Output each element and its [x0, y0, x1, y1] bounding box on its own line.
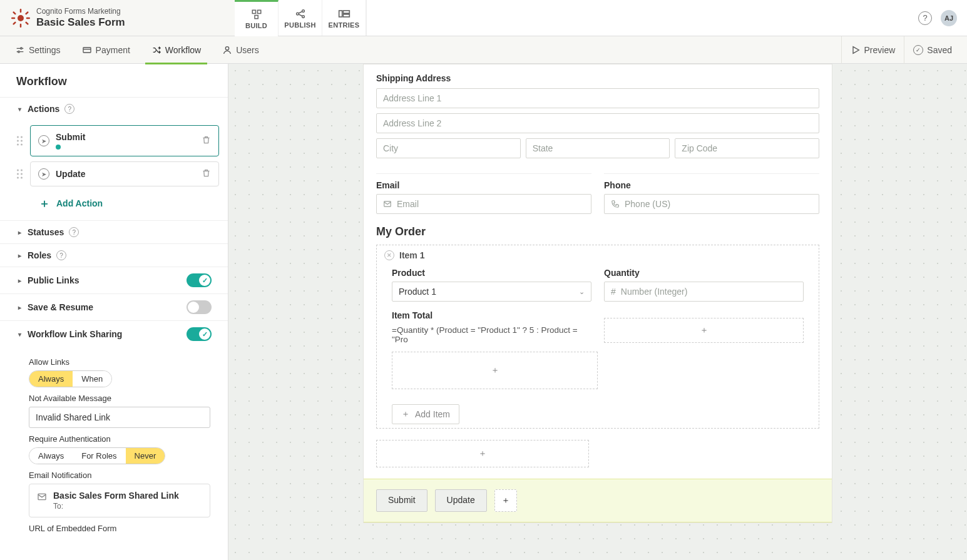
- action-title: Update: [56, 169, 202, 179]
- svg-rect-8: [25, 11, 29, 14]
- req-auth-pills: Always For Roles Never: [29, 447, 165, 464]
- status-dot: [56, 145, 61, 150]
- mail-icon: [383, 200, 392, 208]
- repeating-section[interactable]: ✕ Item 1 Product Product 1 ⌄ Qua: [376, 245, 819, 429]
- checkmark-icon: ✓: [913, 45, 923, 55]
- form-update-button[interactable]: Update: [435, 489, 487, 512]
- pill-always[interactable]: Always: [29, 371, 73, 387]
- svg-rect-3: [11, 17, 15, 19]
- panel-actions-head[interactable]: ▾ Actions ?: [0, 98, 228, 120]
- panel-save-resume-head[interactable]: ▸ Save & Resume: [0, 294, 228, 320]
- card-icon: [82, 45, 92, 55]
- drag-handle-icon[interactable]: [17, 170, 26, 179]
- form-canvas[interactable]: Shipping Address Address Line 1 Address …: [228, 64, 967, 560]
- svg-point-18: [21, 48, 23, 49]
- play-icon: [851, 45, 861, 55]
- subnav-workflow[interactable]: Workflow: [143, 36, 210, 64]
- product-label: Product: [392, 268, 591, 278]
- subnav-users[interactable]: Users: [213, 36, 268, 64]
- chevron-down-icon: ▾: [16, 106, 23, 113]
- user-avatar[interactable]: AJ: [941, 10, 957, 26]
- panel-statuses-head[interactable]: ▸ Statuses ?: [0, 221, 228, 243]
- remove-item-icon[interactable]: ✕: [384, 250, 394, 260]
- plus-icon: ＋: [491, 365, 499, 376]
- svg-rect-4: [26, 17, 30, 19]
- help-icon[interactable]: ?: [56, 250, 66, 260]
- user-icon: [222, 45, 232, 55]
- add-action-button[interactable]: ＋ Add Action: [16, 191, 219, 211]
- phone-icon: [611, 200, 620, 208]
- subnav-settings[interactable]: Settings: [6, 36, 69, 64]
- topnav-publish[interactable]: PUBLISH: [279, 0, 322, 36]
- city-input[interactable]: City: [376, 138, 521, 158]
- topnav-entries[interactable]: ENTRIES: [322, 0, 366, 36]
- svg-rect-20: [83, 48, 91, 53]
- link-sharing-toggle[interactable]: [187, 327, 212, 341]
- action-title: Submit: [56, 132, 202, 142]
- subnav-payment[interactable]: Payment: [73, 36, 139, 64]
- action-card-submit[interactable]: ➤ Submit: [30, 125, 219, 156]
- svg-rect-17: [343, 14, 349, 16]
- drag-handle-icon[interactable]: [17, 136, 26, 146]
- svg-rect-6: [25, 21, 29, 25]
- not-avail-label: Not Available Message: [29, 394, 228, 403]
- chevron-right-icon: ▸: [16, 229, 23, 236]
- add-field-placeholder[interactable]: ＋: [392, 352, 598, 389]
- panel-link-sharing-head[interactable]: ▾ Workflow Link Sharing: [0, 321, 228, 347]
- public-links-toggle[interactable]: [187, 273, 212, 287]
- mail-icon: [37, 492, 47, 502]
- top-bar: Cognito Forms Marketing Basic Sales Form…: [0, 0, 967, 36]
- delete-icon[interactable]: [202, 168, 211, 180]
- pill-auth-roles[interactable]: For Roles: [73, 448, 125, 464]
- help-icon[interactable]: ?: [918, 11, 932, 25]
- panel-roles-head[interactable]: ▸ Roles ?: [0, 244, 228, 267]
- zip-input[interactable]: Zip Code: [675, 138, 819, 158]
- form-submit-button[interactable]: Submit: [376, 489, 427, 512]
- email-input[interactable]: Email: [376, 194, 591, 214]
- state-input[interactable]: State: [526, 138, 670, 158]
- save-resume-toggle[interactable]: [187, 300, 212, 314]
- phone-input[interactable]: Phone (US): [604, 194, 819, 214]
- sliders-icon: [15, 45, 25, 55]
- action-card-update[interactable]: ➤ Update: [30, 161, 219, 186]
- allow-links-label: Allow Links: [29, 357, 228, 367]
- pill-auth-never[interactable]: Never: [126, 448, 165, 464]
- quantity-input[interactable]: # Number (Integer): [604, 282, 804, 302]
- chevron-down-icon: ⌄: [579, 288, 585, 296]
- address2-input[interactable]: Address Line 2: [376, 113, 819, 133]
- product-select[interactable]: Product 1 ⌄: [392, 282, 591, 302]
- svg-point-19: [18, 51, 20, 53]
- sub-nav: Settings Payment Workflow Users Preview …: [0, 36, 967, 64]
- preview-button[interactable]: Preview: [841, 36, 904, 64]
- help-icon[interactable]: ?: [64, 104, 74, 114]
- plus-icon: ＋: [401, 409, 410, 420]
- address1-input[interactable]: Address Line 1: [376, 88, 819, 108]
- add-field-placeholder[interactable]: ＋: [376, 440, 589, 467]
- email-label: Email: [376, 180, 591, 190]
- allow-links-pills: Always When: [29, 370, 112, 387]
- panel-actions: ▾ Actions ? ➤ Submit ➤: [0, 98, 228, 221]
- req-auth-label: Require Authentication: [29, 434, 228, 444]
- form-paper: Shipping Address Address Line 1 Address …: [363, 64, 832, 523]
- pill-auth-always[interactable]: Always: [29, 448, 73, 464]
- phone-label: Phone: [604, 180, 819, 190]
- pill-when[interactable]: When: [73, 371, 111, 387]
- build-icon: [251, 8, 262, 21]
- add-button-button[interactable]: ＋: [494, 489, 517, 512]
- chevron-right-icon: ▸: [16, 277, 23, 284]
- not-avail-input[interactable]: [29, 407, 210, 428]
- email-notif-to: To:: [53, 502, 179, 511]
- delete-icon[interactable]: [202, 135, 211, 146]
- email-notif-card[interactable]: Basic Sales Form Shared Link To:: [29, 484, 210, 517]
- svg-rect-11: [255, 16, 258, 19]
- add-field-placeholder[interactable]: ＋: [604, 318, 804, 343]
- help-icon[interactable]: ?: [69, 227, 79, 237]
- submit-bar: Submit Update ＋: [364, 479, 832, 522]
- add-item-button[interactable]: ＋ Add Item: [392, 404, 459, 424]
- item-total-formula[interactable]: =Quantity * (Product = "Product 1" ? 5 :…: [392, 325, 591, 344]
- panel-public-links-head[interactable]: ▸ Public Links: [0, 267, 228, 293]
- svg-rect-7: [13, 21, 16, 25]
- topnav-build[interactable]: BUILD: [235, 0, 279, 36]
- panel-link-sharing: ▾ Workflow Link Sharing Allow Links Alwa…: [0, 321, 228, 543]
- plus-icon: ＋: [700, 325, 709, 336]
